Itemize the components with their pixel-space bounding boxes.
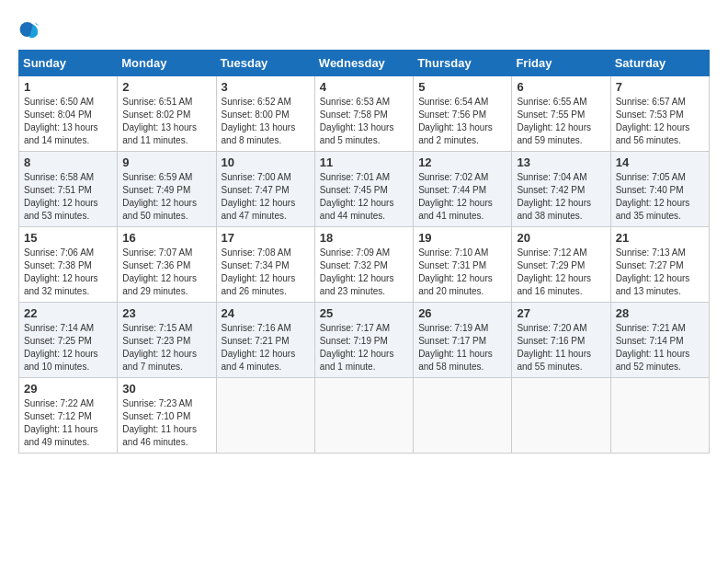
weekday-header-wednesday: Wednesday xyxy=(314,51,413,76)
day-info: Sunrise: 6:51 AM Sunset: 8:02 PM Dayligh… xyxy=(122,96,210,147)
day-number: 6 xyxy=(517,80,605,94)
day-info: Sunrise: 6:57 AM Sunset: 7:53 PM Dayligh… xyxy=(616,96,704,147)
day-cell: 27Sunrise: 7:20 AM Sunset: 7:16 PM Dayli… xyxy=(512,303,610,378)
day-info: Sunrise: 7:13 AM Sunset: 7:27 PM Dayligh… xyxy=(616,247,704,298)
day-number: 24 xyxy=(222,306,310,320)
day-cell: 18Sunrise: 7:09 AM Sunset: 7:32 PM Dayli… xyxy=(314,227,413,303)
day-info: Sunrise: 6:53 AM Sunset: 7:58 PM Dayligh… xyxy=(320,96,408,147)
day-cell: 23Sunrise: 7:15 AM Sunset: 7:23 PM Dayli… xyxy=(118,303,216,378)
day-cell: 25Sunrise: 7:17 AM Sunset: 7:19 PM Dayli… xyxy=(314,303,413,378)
day-number: 16 xyxy=(122,231,210,245)
day-number: 30 xyxy=(122,382,210,396)
day-number: 26 xyxy=(418,306,506,320)
day-cell: 16Sunrise: 7:07 AM Sunset: 7:36 PM Dayli… xyxy=(118,227,216,303)
day-info: Sunrise: 7:10 AM Sunset: 7:31 PM Dayligh… xyxy=(418,247,506,298)
weekday-header-sunday: Sunday xyxy=(19,51,118,76)
weekday-header-friday: Friday xyxy=(512,51,610,76)
day-number: 3 xyxy=(222,80,310,94)
day-number: 11 xyxy=(320,155,408,169)
day-info: Sunrise: 7:00 AM Sunset: 7:47 PM Dayligh… xyxy=(222,171,310,223)
day-number: 7 xyxy=(616,80,704,94)
day-number: 27 xyxy=(517,306,605,320)
day-cell: 29Sunrise: 7:22 AM Sunset: 7:12 PM Dayli… xyxy=(19,378,118,454)
day-number: 2 xyxy=(122,80,210,94)
day-info: Sunrise: 7:15 AM Sunset: 7:23 PM Dayligh… xyxy=(122,322,210,373)
day-info: Sunrise: 7:22 AM Sunset: 7:12 PM Dayligh… xyxy=(24,397,112,449)
day-cell: 2Sunrise: 6:51 AM Sunset: 8:02 PM Daylig… xyxy=(118,76,216,152)
day-number: 23 xyxy=(122,306,210,320)
day-info: Sunrise: 6:50 AM Sunset: 8:04 PM Dayligh… xyxy=(24,96,112,147)
day-number: 21 xyxy=(616,231,704,245)
page-header xyxy=(18,18,710,40)
week-row-3: 15Sunrise: 7:06 AM Sunset: 7:38 PM Dayli… xyxy=(19,227,710,303)
weekday-header-tuesday: Tuesday xyxy=(216,51,314,76)
day-info: Sunrise: 7:19 AM Sunset: 7:17 PM Dayligh… xyxy=(418,322,506,373)
day-cell: 19Sunrise: 7:10 AM Sunset: 7:31 PM Dayli… xyxy=(414,227,512,303)
day-cell: 11Sunrise: 7:01 AM Sunset: 7:45 PM Dayli… xyxy=(314,152,413,227)
calendar-table: SundayMondayTuesdayWednesdayThursdayFrid… xyxy=(18,50,710,454)
weekday-header-thursday: Thursday xyxy=(414,51,512,76)
day-info: Sunrise: 7:02 AM Sunset: 7:44 PM Dayligh… xyxy=(418,171,506,223)
day-info: Sunrise: 6:58 AM Sunset: 7:51 PM Dayligh… xyxy=(24,171,112,223)
day-number: 10 xyxy=(222,155,310,169)
day-cell xyxy=(512,378,610,454)
day-cell: 30Sunrise: 7:23 AM Sunset: 7:10 PM Dayli… xyxy=(118,378,216,454)
week-row-4: 22Sunrise: 7:14 AM Sunset: 7:25 PM Dayli… xyxy=(19,303,710,378)
logo-icon xyxy=(18,18,40,40)
day-info: Sunrise: 7:05 AM Sunset: 7:40 PM Dayligh… xyxy=(616,171,704,223)
day-cell: 15Sunrise: 7:06 AM Sunset: 7:38 PM Dayli… xyxy=(19,227,118,303)
day-cell: 4Sunrise: 6:53 AM Sunset: 7:58 PM Daylig… xyxy=(314,76,413,152)
week-row-2: 8Sunrise: 6:58 AM Sunset: 7:51 PM Daylig… xyxy=(19,152,710,227)
day-cell: 12Sunrise: 7:02 AM Sunset: 7:44 PM Dayli… xyxy=(414,152,512,227)
day-info: Sunrise: 7:01 AM Sunset: 7:45 PM Dayligh… xyxy=(320,171,408,223)
day-info: Sunrise: 7:07 AM Sunset: 7:36 PM Dayligh… xyxy=(122,247,210,298)
day-cell: 9Sunrise: 6:59 AM Sunset: 7:49 PM Daylig… xyxy=(118,152,216,227)
day-cell: 3Sunrise: 6:52 AM Sunset: 8:00 PM Daylig… xyxy=(216,76,314,152)
day-info: Sunrise: 7:09 AM Sunset: 7:32 PM Dayligh… xyxy=(320,247,408,298)
day-cell: 14Sunrise: 7:05 AM Sunset: 7:40 PM Dayli… xyxy=(610,152,709,227)
logo xyxy=(18,18,44,40)
day-cell: 8Sunrise: 6:58 AM Sunset: 7:51 PM Daylig… xyxy=(19,152,118,227)
day-cell: 5Sunrise: 6:54 AM Sunset: 7:56 PM Daylig… xyxy=(414,76,512,152)
day-info: Sunrise: 7:04 AM Sunset: 7:42 PM Dayligh… xyxy=(517,171,605,223)
day-number: 13 xyxy=(517,155,605,169)
day-info: Sunrise: 7:16 AM Sunset: 7:21 PM Dayligh… xyxy=(222,322,310,373)
weekday-header-monday: Monday xyxy=(118,51,216,76)
day-info: Sunrise: 6:52 AM Sunset: 8:00 PM Dayligh… xyxy=(222,96,310,147)
day-info: Sunrise: 7:23 AM Sunset: 7:10 PM Dayligh… xyxy=(122,397,210,449)
day-number: 18 xyxy=(320,231,408,245)
day-number: 29 xyxy=(24,382,112,396)
day-info: Sunrise: 6:59 AM Sunset: 7:49 PM Dayligh… xyxy=(122,171,210,223)
day-number: 5 xyxy=(418,80,506,94)
day-number: 9 xyxy=(122,155,210,169)
day-number: 28 xyxy=(616,306,704,320)
day-number: 25 xyxy=(320,306,408,320)
day-cell: 13Sunrise: 7:04 AM Sunset: 7:42 PM Dayli… xyxy=(512,152,610,227)
day-number: 14 xyxy=(616,155,704,169)
day-info: Sunrise: 7:21 AM Sunset: 7:14 PM Dayligh… xyxy=(616,322,704,373)
day-cell: 20Sunrise: 7:12 AM Sunset: 7:29 PM Dayli… xyxy=(512,227,610,303)
week-row-1: 1Sunrise: 6:50 AM Sunset: 8:04 PM Daylig… xyxy=(19,76,710,152)
day-cell xyxy=(216,378,314,454)
day-number: 20 xyxy=(517,231,605,245)
weekday-header-row: SundayMondayTuesdayWednesdayThursdayFrid… xyxy=(19,51,710,76)
day-cell: 1Sunrise: 6:50 AM Sunset: 8:04 PM Daylig… xyxy=(19,76,118,152)
day-info: Sunrise: 7:17 AM Sunset: 7:19 PM Dayligh… xyxy=(320,322,408,373)
day-info: Sunrise: 6:55 AM Sunset: 7:55 PM Dayligh… xyxy=(517,96,605,147)
day-cell xyxy=(610,378,709,454)
day-number: 17 xyxy=(222,231,310,245)
day-cell: 21Sunrise: 7:13 AM Sunset: 7:27 PM Dayli… xyxy=(610,227,709,303)
day-info: Sunrise: 7:20 AM Sunset: 7:16 PM Dayligh… xyxy=(517,322,605,373)
day-cell: 26Sunrise: 7:19 AM Sunset: 7:17 PM Dayli… xyxy=(414,303,512,378)
day-number: 1 xyxy=(24,80,112,94)
day-number: 8 xyxy=(24,155,112,169)
day-info: Sunrise: 7:12 AM Sunset: 7:29 PM Dayligh… xyxy=(517,247,605,298)
day-cell: 28Sunrise: 7:21 AM Sunset: 7:14 PM Dayli… xyxy=(610,303,709,378)
day-cell xyxy=(414,378,512,454)
day-info: Sunrise: 6:54 AM Sunset: 7:56 PM Dayligh… xyxy=(418,96,506,147)
week-row-5: 29Sunrise: 7:22 AM Sunset: 7:12 PM Dayli… xyxy=(19,378,710,454)
day-number: 15 xyxy=(24,231,112,245)
weekday-header-saturday: Saturday xyxy=(610,51,709,76)
day-cell: 24Sunrise: 7:16 AM Sunset: 7:21 PM Dayli… xyxy=(216,303,314,378)
day-cell: 6Sunrise: 6:55 AM Sunset: 7:55 PM Daylig… xyxy=(512,76,610,152)
